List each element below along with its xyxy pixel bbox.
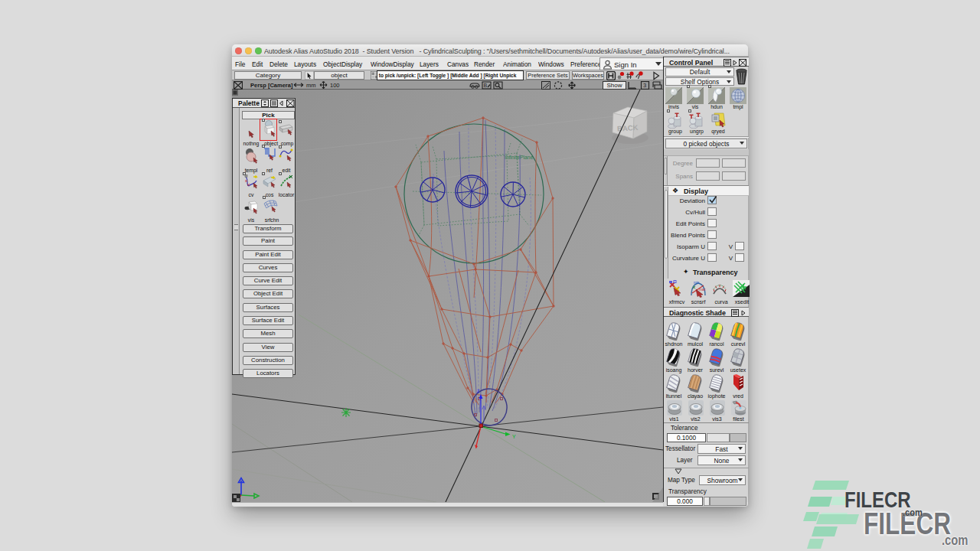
svg-text:z: z bbox=[477, 388, 480, 393]
svg-text:B: B bbox=[484, 83, 488, 88]
svg-text:InfinitePlane: InfinitePlane bbox=[505, 155, 534, 160]
svg-text:min: min bbox=[694, 281, 700, 285]
svg-text:Y: Y bbox=[512, 434, 516, 439]
svg-text:3: 3 bbox=[643, 82, 646, 89]
svg-text:max: max bbox=[699, 288, 706, 292]
